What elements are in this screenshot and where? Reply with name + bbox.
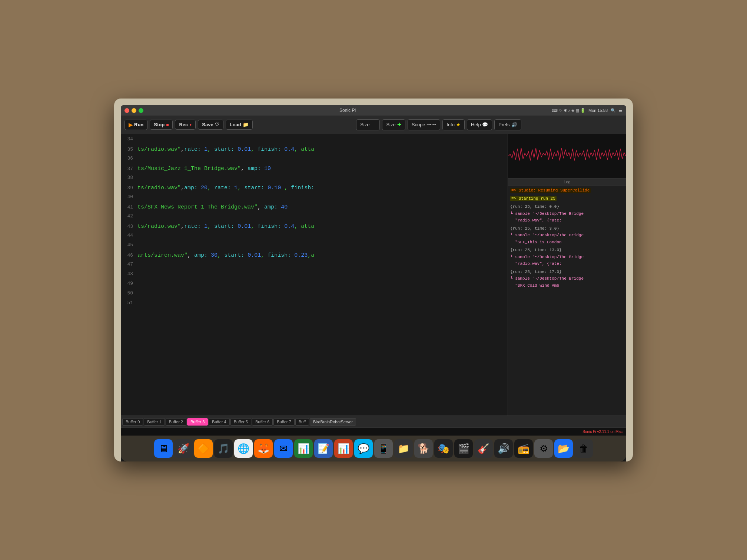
dock-app8[interactable]: 📻 bbox=[514, 439, 533, 458]
dock-app3[interactable]: 🐕 bbox=[414, 439, 433, 458]
code-line-37: 37 ts/Music_Jazz 1_The Bridge.wav", amp:… bbox=[121, 164, 508, 174]
dock-settings[interactable]: ⚙ bbox=[534, 439, 553, 458]
log-entry-10: "radio.wav", {rate: bbox=[509, 260, 625, 267]
code-line-48: 48 bbox=[121, 270, 508, 280]
log-entry-4: "radio.wav", {rate: bbox=[509, 217, 625, 224]
run-label: Run bbox=[134, 122, 143, 127]
dock-word[interactable]: 📝 bbox=[314, 439, 333, 458]
waveform-svg bbox=[508, 134, 626, 178]
help-icon: 💬 bbox=[482, 122, 488, 127]
save-icon: ♡ bbox=[215, 122, 219, 127]
dock-cone[interactable]: 🔶 bbox=[194, 439, 213, 458]
log-entry-12: └ sample "~/Desktop/The Bridge bbox=[509, 275, 625, 282]
log-entry-3: └ sample "~/Desktop/The Bridge bbox=[509, 210, 625, 217]
code-line-39: 39 ts/radio.wav",amp: 20, rate: 1, start… bbox=[121, 184, 508, 193]
code-line-34: 34 bbox=[121, 136, 508, 145]
prefs-icon: 🔊 bbox=[511, 122, 517, 127]
search-icon[interactable]: 🔍 bbox=[611, 108, 616, 113]
prefs-button[interactable]: Prefs 🔊 bbox=[494, 119, 521, 130]
window-title: Sonic Pi bbox=[146, 108, 550, 113]
dock-finder[interactable]: 🖥 bbox=[154, 439, 173, 458]
rec-icon: ● bbox=[189, 123, 192, 127]
waveform-display bbox=[508, 134, 626, 179]
buffer-tab-7[interactable]: Buffer 7 bbox=[273, 418, 294, 426]
buffer-tab-3[interactable]: Buffer 3 bbox=[187, 418, 208, 426]
menu-icon[interactable]: ☰ bbox=[619, 108, 622, 113]
help-label: Help bbox=[471, 122, 481, 127]
size-plus-button[interactable]: Size ✚ bbox=[382, 119, 405, 130]
status-bar: Sonic Pi v2.11.1 on Mac bbox=[121, 427, 626, 436]
star-icon: ★ bbox=[456, 122, 461, 127]
dock-itunes[interactable]: 🎵 bbox=[214, 439, 233, 458]
code-line-51: 51 bbox=[121, 299, 508, 309]
dock-app7[interactable]: 🔊 bbox=[494, 439, 513, 458]
macos-titlebar: Sonic Pi ⌨ ♡ ✱ ♪ ◈ ▤ 🔋 Mon 15:58 🔍 ☰ bbox=[121, 105, 626, 116]
stop-button[interactable]: Stop ■ bbox=[150, 120, 173, 130]
dock-app6[interactable]: 🎸 bbox=[474, 439, 493, 458]
minimize-button[interactable] bbox=[132, 108, 136, 113]
buffer-tabs: Buffer 0 Buffer 1 Buffer 2 Buffer 3 Buff… bbox=[121, 416, 626, 427]
code-line-35: 35 ts/radio.wav",rate: 1, start: 0.01, f… bbox=[121, 145, 508, 155]
system-icons: ⌨ ♡ ✱ ♪ ◈ ▤ 🔋 bbox=[552, 108, 585, 113]
log-entry-9: └ sample "~/Desktop/The Bridge bbox=[509, 254, 625, 261]
size-minus-button[interactable]: Size — bbox=[356, 119, 380, 130]
dock-firefox[interactable]: 🦊 bbox=[254, 439, 273, 458]
log-entry-0: => Studio: Resuming SuperCollide bbox=[509, 187, 625, 194]
rec-label: Rec bbox=[179, 122, 188, 127]
close-button[interactable] bbox=[124, 108, 129, 113]
maximize-button[interactable] bbox=[139, 108, 143, 113]
log-entry-8: {run: 25, time: 13.0} bbox=[509, 247, 625, 254]
prefs-label: Prefs bbox=[498, 122, 509, 127]
time-display: Mon 15:58 bbox=[588, 108, 608, 113]
buffer-tab-2[interactable]: Buffer 2 bbox=[166, 418, 186, 426]
buffer-tab-5[interactable]: Buffer 5 bbox=[230, 418, 251, 426]
save-button[interactable]: Save ♡ bbox=[198, 120, 223, 130]
stop-label: Stop bbox=[154, 122, 165, 127]
log-entry-7: "SFX_This is London bbox=[509, 239, 625, 246]
dock-app2[interactable]: 📁 bbox=[394, 439, 413, 458]
rec-button[interactable]: Rec ● bbox=[175, 120, 196, 130]
buffer-tab-buff[interactable]: Buff bbox=[295, 418, 309, 426]
buffer-tab-1[interactable]: Buffer 1 bbox=[144, 418, 165, 426]
screen-bezel: Sonic Pi ⌨ ♡ ✱ ♪ ◈ ▤ 🔋 Mon 15:58 🔍 ☰ ▶ R… bbox=[121, 105, 626, 461]
code-line-46: 46 arts/siren.wav", amp: 30, start: 0.01… bbox=[121, 251, 508, 261]
scope-button[interactable]: Scope 〜〜 bbox=[408, 119, 441, 130]
dock-app5[interactable]: 🎬 bbox=[454, 439, 473, 458]
run-icon: ▶ bbox=[129, 122, 133, 128]
load-label: Load bbox=[230, 122, 241, 127]
load-button[interactable]: Load 📁 bbox=[226, 120, 253, 130]
log-content: => Studio: Resuming SuperCollide => Star… bbox=[508, 186, 626, 416]
dock-excel[interactable]: 📊 bbox=[294, 439, 313, 458]
help-button[interactable]: Help 💬 bbox=[467, 119, 492, 130]
buffer-tab-6[interactable]: Buffer 6 bbox=[252, 418, 273, 426]
code-editor[interactable]: 34 35 ts/radio.wav",rate: 1, start: 0.01… bbox=[121, 134, 508, 416]
code-line-50: 50 bbox=[121, 290, 508, 299]
dock-trash[interactable]: 🗑 bbox=[574, 439, 593, 458]
toolbar-center: Size — Size ✚ Scope 〜〜 Info ★ Help 💬 bbox=[255, 119, 622, 130]
dock-launchpad[interactable]: 🚀 bbox=[174, 439, 193, 458]
log-header: Log bbox=[508, 179, 626, 186]
buffer-tab-4[interactable]: Buffer 4 bbox=[209, 418, 229, 426]
dock-files[interactable]: 📂 bbox=[554, 439, 573, 458]
run-button[interactable]: ▶ Run bbox=[124, 120, 147, 130]
code-line-42: 42 bbox=[121, 213, 508, 222]
buffer-tab-0[interactable]: Buffer 0 bbox=[122, 418, 143, 426]
main-content: 34 35 ts/radio.wav",rate: 1, start: 0.01… bbox=[121, 134, 626, 416]
dock-app4[interactable]: 🎭 bbox=[434, 439, 453, 458]
dock-app1[interactable]: 📱 bbox=[374, 439, 393, 458]
code-line-49: 49 bbox=[121, 280, 508, 290]
scope-label: Scope bbox=[412, 122, 425, 127]
right-panel: Log => Studio: Resuming SuperCollide => … bbox=[508, 134, 626, 416]
code-line-36: 36 bbox=[121, 155, 508, 164]
info-button[interactable]: Info ★ bbox=[442, 119, 465, 130]
dock-skype[interactable]: 💬 bbox=[354, 439, 373, 458]
load-icon: 📁 bbox=[243, 122, 249, 127]
dock-powerpoint[interactable]: 📊 bbox=[334, 439, 353, 458]
code-line-45: 45 bbox=[121, 241, 508, 251]
buffer-tab-birdbrain[interactable]: BirdBrainRobotServer bbox=[310, 418, 356, 426]
size-minus-label: Size bbox=[360, 122, 369, 127]
log-entry-13: "SFX_Cold wind Amb bbox=[509, 282, 625, 289]
dock-email[interactable]: ✉ bbox=[274, 439, 293, 458]
plus-icon: ✚ bbox=[397, 122, 401, 127]
dock-chrome[interactable]: 🌐 bbox=[234, 439, 253, 458]
